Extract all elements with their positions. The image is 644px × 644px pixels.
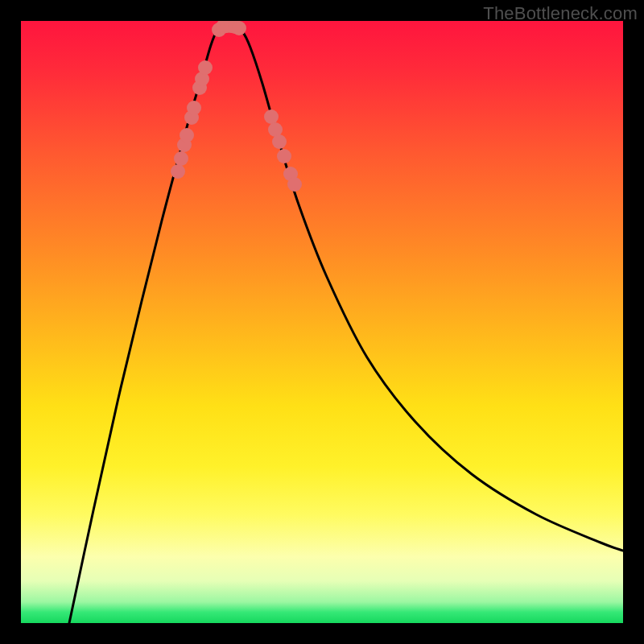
chart-frame: TheBottleneck.com (0, 0, 644, 644)
highlight-dot (174, 151, 188, 166)
bottleneck-curve (69, 23, 623, 623)
highlight-dot (171, 164, 185, 179)
highlight-dots (171, 21, 302, 192)
curve-svg (21, 21, 623, 623)
highlight-dot (198, 60, 213, 75)
highlight-dot (287, 177, 302, 192)
highlight-dot (277, 149, 291, 163)
highlight-dot (187, 101, 201, 115)
highlight-dot (264, 109, 279, 124)
highlight-dot (180, 128, 194, 142)
plot-area (21, 21, 623, 623)
highlight-dot (272, 134, 287, 149)
highlight-dot (232, 21, 246, 35)
